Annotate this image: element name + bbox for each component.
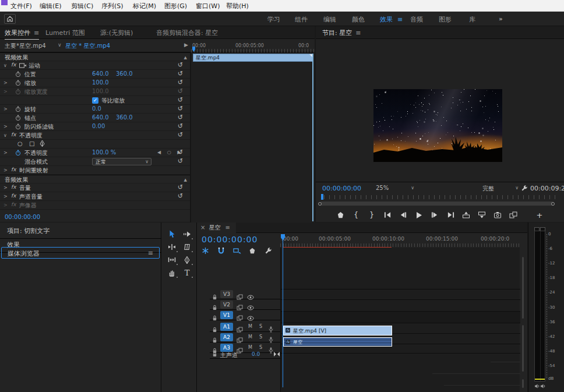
track-target-A1[interactable]: A1	[220, 323, 233, 331]
effect-row-混合模式[interactable]: 混合模式正常∨↺	[0, 157, 190, 166]
workspace-tab-组件[interactable]: 组件	[295, 15, 308, 24]
stopwatch-icon[interactable]	[15, 106, 21, 114]
twirl-icon[interactable]: >	[3, 203, 8, 208]
ripple-edit-tool[interactable]	[165, 241, 178, 253]
panel-menu-icon[interactable]: ≡	[397, 16, 403, 23]
nest-icon[interactable]	[202, 246, 210, 253]
stopwatch-icon[interactable]	[15, 150, 21, 157]
twirl-icon[interactable]: >	[3, 80, 8, 86]
lane-v3[interactable]	[281, 279, 520, 289]
effect-row-运动[interactable]: ∨fx运动↺	[0, 61, 190, 70]
reset-icon[interactable]: ↺	[178, 149, 183, 156]
audio-clip[interactable]: fx 星空	[283, 337, 392, 347]
param-value[interactable]: 360.0	[116, 114, 133, 121]
master-clip-label[interactable]: 主要*星空.mp4	[5, 42, 46, 50]
slip-tool[interactable]	[165, 254, 178, 266]
menu-7[interactable]: 窗口(W)	[196, 2, 220, 10]
play-button[interactable]	[414, 210, 424, 220]
twirl-icon[interactable]: >	[3, 150, 8, 156]
lift-button[interactable]	[461, 210, 471, 220]
lane-v2[interactable]	[281, 289, 520, 300]
twirl-icon[interactable]: ∨	[3, 133, 7, 138]
effect-row-不透明度[interactable]: ∨fx不透明度↺	[0, 131, 190, 140]
effect-row-不透明度[interactable]: >不透明度100.0 %◀ ○ ▶↺	[0, 149, 190, 157]
workspace-tab-图形[interactable]: 图形	[439, 15, 452, 24]
playhead-line[interactable]	[283, 235, 283, 387]
effect-row-锚点[interactable]: 锚点640.0360.0↺	[0, 114, 190, 122]
reset-icon[interactable]: ↺	[178, 114, 183, 121]
step-forward-button[interactable]	[429, 210, 440, 220]
settings-wrench-icon[interactable]	[521, 185, 528, 192]
stack-tab-项目: 切割文字[interactable]: 项目: 切割文字	[0, 224, 161, 239]
workspace-overflow[interactable]: »	[499, 15, 503, 23]
snap-icon[interactable]	[217, 246, 225, 253]
effect-row-声像器[interactable]: >fx声像器	[0, 201, 190, 210]
effect-row-时间重映射[interactable]: >fx时间重映射	[0, 166, 190, 175]
panel-menu-icon[interactable]: ≡	[148, 249, 153, 257]
twirl-icon[interactable]: >	[3, 185, 8, 190]
mask-pen-icon[interactable]	[40, 140, 45, 148]
scroll-knob[interactable]	[551, 202, 555, 206]
export-frame-button[interactable]	[492, 210, 503, 220]
reset-icon[interactable]: ↺	[178, 96, 183, 104]
param-value[interactable]: 360.0	[116, 70, 133, 77]
reset-icon[interactable]: ↺	[178, 61, 183, 69]
effect-row-位置[interactable]: 位置640.0360.0↺	[0, 70, 190, 79]
go-to-in-button[interactable]	[382, 210, 393, 220]
panel-menu-icon[interactable]: ≡	[355, 29, 361, 37]
track-target-A2[interactable]: A2	[220, 333, 233, 341]
effect-row-防闪烁滤镜[interactable]: >防闪烁滤镜0.00↺	[0, 122, 190, 131]
solo-button[interactable]: S	[258, 323, 264, 330]
collapse-icon[interactable]: ▲	[184, 178, 187, 182]
reset-icon[interactable]: ↺	[178, 70, 183, 77]
close-icon[interactable]: ×	[200, 224, 205, 231]
mute-button[interactable]: M	[247, 323, 253, 330]
video-clip[interactable]: fx 星空.mp4 [V]	[283, 326, 392, 336]
comparison-view-button[interactable]	[508, 210, 519, 220]
program-scrub-ticks[interactable]	[324, 195, 556, 199]
sequence-tab[interactable]: ×星空≡	[197, 223, 236, 233]
selection-tool[interactable]	[165, 228, 178, 240]
effect-row-等比缩放[interactable]: ✓等比缩放↺	[0, 96, 190, 105]
reset-icon[interactable]: ↺	[178, 87, 183, 95]
program-playhead[interactable]	[321, 194, 323, 200]
program-scrollbar[interactable]	[320, 202, 554, 206]
panel-tab-音频剪辑混合器: 星空[interactable]: 音频剪辑混合器: 星空	[156, 29, 218, 37]
stopwatch-icon[interactable]	[15, 123, 21, 131]
track-select-forward-tool[interactable]	[181, 228, 193, 240]
param-value[interactable]: 100.0 %	[92, 149, 116, 156]
param-value[interactable]: 0.0	[92, 105, 101, 112]
track-header-V3[interactable]: V3	[210, 289, 280, 299]
panel-menu-icon[interactable]: ≡	[225, 224, 230, 231]
effect-row-缩放宽度[interactable]: >缩放宽度100.0↺	[0, 87, 190, 96]
razor-tool[interactable]	[181, 241, 193, 253]
twirl-icon[interactable]: ∨	[3, 63, 7, 68]
home-button[interactable]	[4, 14, 16, 24]
workspace-tab-音频[interactable]: 音频	[410, 15, 423, 24]
track-target-V1[interactable]: V1	[220, 311, 233, 319]
extract-button[interactable]	[477, 210, 487, 220]
speaker-icon[interactable]	[535, 384, 540, 389]
effect-row-音频效果[interactable]: 音频效果▲	[0, 175, 190, 183]
hand-tool[interactable]	[165, 267, 178, 278]
stopwatch-icon[interactable]	[15, 89, 21, 96]
panel-tab-Lumetri 范围[interactable]: Lumetri 范围	[45, 29, 85, 37]
workspace-tab-学习[interactable]: 学习	[267, 15, 280, 24]
param-value[interactable]: 100.0	[92, 88, 109, 94]
effect-row-缩放[interactable]: >缩放100.0↺	[0, 79, 190, 87]
media-browser-tab[interactable]: 媒体浏览器 ≡	[1, 247, 160, 259]
param-value[interactable]: 0.00	[92, 123, 105, 129]
workspace-tab-编辑[interactable]: 编辑	[323, 15, 336, 24]
menu-5[interactable]: 标记(M)	[133, 2, 156, 10]
twirl-icon[interactable]: >	[3, 194, 8, 199]
param-value[interactable]: 640.0	[92, 70, 109, 77]
mask-ellipse-icon[interactable]: ○	[17, 140, 23, 147]
zoom-select[interactable]: 25%∨	[376, 185, 414, 191]
program-tab[interactable]: 节目: 星空≡	[322, 29, 361, 37]
twirl-icon[interactable]: >	[3, 124, 8, 129]
stopwatch-icon[interactable]	[15, 80, 21, 87]
step-back-button[interactable]	[398, 210, 408, 220]
param-value[interactable]: 100.0	[92, 79, 109, 86]
menu-8[interactable]: 帮助(H)	[226, 2, 249, 10]
type-tool[interactable]: T	[181, 267, 193, 278]
